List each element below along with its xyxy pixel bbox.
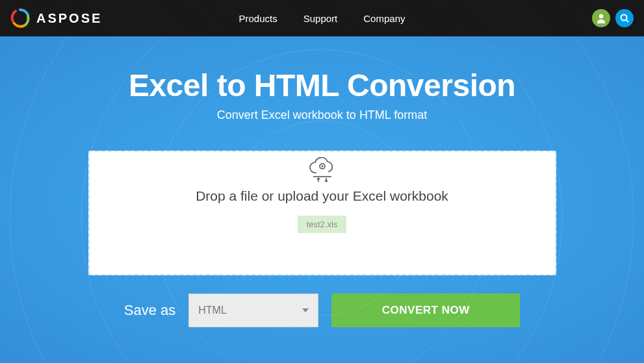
svg-line-3	[626, 20, 628, 22]
nav-products[interactable]: Products	[239, 13, 277, 24]
convert-button[interactable]: CONVERT NOW	[331, 294, 520, 327]
logo[interactable]: ASPOSE	[10, 8, 102, 28]
main-nav: Products Support Company	[239, 13, 406, 24]
nav-support[interactable]: Support	[303, 13, 338, 24]
controls-row: Save as HTML CONVERT NOW	[0, 294, 644, 327]
page-title: Excel to HTML Conversion	[0, 68, 644, 103]
uploaded-file-chip[interactable]: test2.xls	[298, 216, 347, 233]
nav-company[interactable]: Company	[363, 13, 405, 24]
topbar: ASPOSE Products Support Company	[0, 0, 644, 36]
search-icon[interactable]	[615, 9, 634, 27]
topbar-actions	[592, 9, 634, 27]
brand-text: ASPOSE	[36, 11, 102, 26]
format-value: HTML	[198, 305, 227, 316]
upload-cloud-icon	[307, 157, 338, 186]
chevron-down-icon	[302, 308, 309, 312]
aspose-logo-icon	[10, 8, 30, 28]
file-dropzone[interactable]: Drop a file or upload your Excel workboo…	[88, 151, 556, 275]
dropzone-message: Drop a file or upload your Excel workboo…	[196, 188, 448, 204]
format-select[interactable]: HTML	[188, 294, 318, 327]
svg-point-2	[621, 15, 627, 21]
hero: Excel to HTML Conversion Convert Excel w…	[0, 36, 644, 363]
page-subtitle: Convert Excel workbook to HTML format	[0, 108, 644, 122]
save-as-label: Save as	[124, 302, 176, 319]
svg-point-1	[599, 14, 603, 18]
user-icon[interactable]	[592, 9, 610, 27]
